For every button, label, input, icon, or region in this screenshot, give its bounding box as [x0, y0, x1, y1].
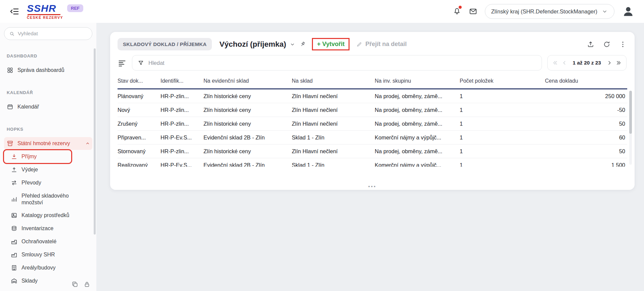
table-cell: 1 500: [545, 158, 627, 167]
pin-icon[interactable]: [298, 40, 307, 48]
sidebar-section-dashboard: DASHBOARD: [7, 53, 92, 58]
table-cell: 250 000: [545, 89, 627, 103]
refresh-icon[interactable]: [603, 41, 610, 48]
logo-subtitle: ČESKÉ REZERVY: [27, 16, 63, 19]
last-page-button[interactable]: [615, 60, 622, 66]
sidebar-item-label: Převody: [21, 179, 41, 186]
card-toolbar: 1 až 20 z 23: [110, 50, 635, 71]
table-cell: 50: [545, 117, 627, 131]
avatar[interactable]: [622, 5, 635, 18]
sidebar-item-label: Správa dashboardů: [17, 67, 64, 74]
go-to-detail-button[interactable]: Přejít na detail: [356, 41, 407, 48]
sidebar-item-statni-hmotne-rezervy[interactable]: Státní hmotné rezervy: [4, 137, 92, 150]
pagination-label: 1 až 20 z 23: [573, 60, 601, 66]
column-header-na-inv-skupinu[interactable]: Na inv. skupinu: [375, 75, 460, 89]
table-cell: Evidenční sklad 2B - Zlín: [203, 131, 292, 144]
column-header-stav-dok[interactable]: Stav dok...: [118, 75, 160, 89]
table-cell: 1: [460, 158, 545, 167]
table-cell: Realizovaný: [118, 158, 160, 167]
sidebar-search-input[interactable]: [18, 31, 87, 37]
card-header: SKLADOVÝ DOKLAD / PŘÍJEMKA Výchozí (příj…: [110, 32, 635, 50]
table-cell: Zrušený: [118, 117, 160, 131]
table-cell: Zlín Hlavní nečlení: [292, 89, 375, 103]
sidebar-item-ochranovatele[interactable]: Ochraňovatelé: [4, 235, 92, 248]
table-cell: Sklad 1 - Zlín: [292, 131, 375, 144]
column-header-identifik[interactable]: Identifik...: [160, 75, 203, 89]
table-cell: Plánovaný: [118, 89, 160, 103]
sidebar-item-arealy-budovy[interactable]: Areály/budovy: [4, 261, 92, 274]
table-row[interactable]: RealizovanýHR-P-Ev.S...Evidenční sklad 2…: [118, 158, 627, 167]
context-selector-value: Zlínský kraj (SHR.Defender.StockManager): [491, 8, 597, 15]
sidebar-item-prehled-skladoveho-mnozstvi[interactable]: Přehled skladového množství: [4, 190, 92, 209]
view-selector-chevron-icon[interactable]: [289, 41, 295, 47]
table-cell: Sklad 1 - Zlín: [292, 158, 375, 167]
catalogs-icon: [11, 212, 17, 219]
sidebar-search: [4, 27, 92, 40]
create-button[interactable]: + Vytvořit: [312, 38, 350, 50]
ref-badge: REF: [67, 4, 83, 12]
column-header-na-sklad[interactable]: Na sklad: [292, 75, 375, 89]
table-cell: Zlín historické ceny: [203, 103, 292, 117]
table-row[interactable]: StornovanýHR-P-zlin...Zlín historické ce…: [118, 144, 627, 158]
logo-title: SSHR: [27, 3, 63, 13]
column-header-pocet-polozek[interactable]: Počet položek: [460, 75, 545, 89]
view-title: Výchozí (příjemka): [219, 40, 286, 49]
table-body: PlánovanýHR-P-zlin...Zlín historické cen…: [118, 89, 627, 167]
sidebar-item-label: Inventarizace: [21, 225, 53, 232]
sidebar-item-label: Příjmy: [21, 153, 37, 160]
sidebar-item-smlouvy-shr[interactable]: Smlouvy SHR: [4, 248, 92, 261]
chevron-down-icon: [601, 8, 608, 15]
sidebar-item-label: Smlouvy SHR: [21, 251, 55, 258]
sidebar-scrollbar[interactable]: [94, 48, 96, 287]
table-cell: Zlín historické ceny: [203, 117, 292, 131]
sshr-logo[interactable]: SSHR ČESKÉ REZERVY: [27, 3, 63, 19]
column-header-na-evidencni-sklad[interactable]: Na evidenční sklad: [203, 75, 292, 89]
transfers-icon: [11, 179, 17, 186]
sidebar-item-prijmy[interactable]: Příjmy: [4, 150, 71, 163]
sidebar-item-sprava-dashboardu[interactable]: Správa dashboardů: [4, 64, 92, 77]
lock-icon[interactable]: [84, 281, 90, 288]
context-selector[interactable]: Zlínský kraj (SHR.Defender.StockManager): [485, 4, 614, 19]
table-scrollbar[interactable]: [629, 91, 632, 165]
first-page-button[interactable]: [552, 60, 558, 66]
sidebar-item-label: Areály/budovy: [21, 264, 55, 271]
table-settings-icon[interactable]: [118, 58, 127, 68]
logo-swoosh: [27, 14, 61, 15]
notification-dot: [459, 6, 462, 9]
table-row[interactable]: PlánovanýHR-P-zlin...Zlín historické cen…: [118, 89, 627, 103]
table-viewport: Stav dok...Identifik...Na evidenční skla…: [118, 75, 627, 167]
notifications-button[interactable]: [453, 6, 461, 16]
app-root: SSHR ČESKÉ REZERVY REF Zlínský kraj (SHR…: [0, 0, 644, 291]
table-header-row: Stav dok...Identifik...Na evidenční skla…: [118, 75, 627, 89]
header-actions: [587, 41, 627, 48]
table-cell: Na prodej, obměny, zámě...: [375, 144, 460, 158]
stock-overview-icon: [11, 196, 17, 203]
menu-fold-icon[interactable]: [9, 6, 19, 16]
sidebar-item-vydeje[interactable]: Výdeje: [4, 163, 92, 176]
sidebar-item-katalogy-prostredku[interactable]: Katalogy prostředků: [4, 209, 92, 222]
table-row[interactable]: NovýHR-P-zlin...Zlín historické cenyZlín…: [118, 103, 627, 117]
sidebar-item-prevody[interactable]: Převody: [4, 176, 92, 189]
column-header-cena-dokladu[interactable]: Cena dokladu: [545, 75, 627, 89]
go-to-detail-label: Přejít na detail: [365, 41, 407, 48]
table-row[interactable]: Připraven...HR-P-Ev.S...Evidenční sklad …: [118, 131, 627, 144]
sidebar-item-inventarizace[interactable]: Inventarizace: [4, 222, 92, 235]
mail-icon[interactable]: [469, 7, 477, 16]
table-row[interactable]: ZrušenýHR-P-zlin...Zlín historické cenyZ…: [118, 117, 627, 131]
copy-icon[interactable]: [72, 281, 78, 288]
table-cell: HR-P-zlin...: [160, 89, 203, 103]
sidebar: DASHBOARDSpráva dashboardůKALENDÁŘKalend…: [0, 23, 96, 291]
filter-icon[interactable]: [138, 60, 144, 66]
export-icon[interactable]: [587, 41, 594, 48]
sidebar-item-label: Státní hmotné rezervy: [17, 140, 70, 147]
prev-page-button[interactable]: [561, 60, 567, 66]
pencil-icon: [356, 41, 362, 47]
table-search-input[interactable]: [148, 60, 536, 66]
sidebar-section-hopks: HOPKS: [7, 127, 92, 132]
main-content: SKLADOVÝ DOKLAD / PŘÍJEMKA Výchozí (příj…: [96, 23, 644, 291]
sidebar-item-label: Katalogy prostředků: [21, 212, 69, 219]
kebab-menu-icon[interactable]: [619, 41, 627, 48]
next-page-button[interactable]: [606, 60, 612, 66]
table-cell: 1: [460, 117, 545, 131]
sidebar-item-kalendar[interactable]: Kalendář: [4, 100, 92, 113]
